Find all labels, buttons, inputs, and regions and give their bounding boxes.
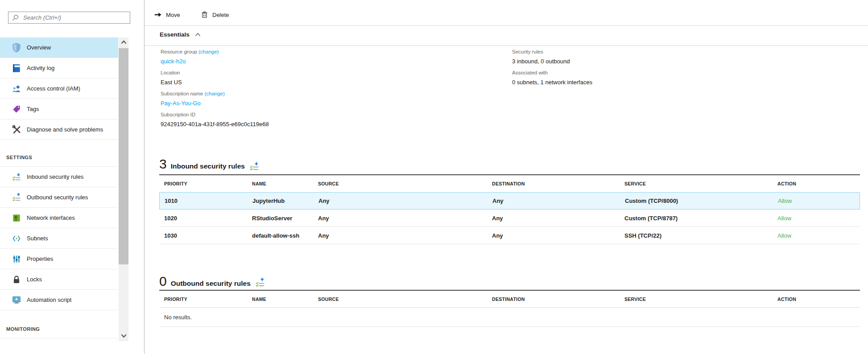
people-icon	[12, 84, 21, 94]
column-header: SERVICE	[624, 181, 777, 186]
activity-log-icon	[12, 63, 21, 73]
cell-service: Custom (TCP/8787)	[624, 215, 777, 222]
sidebar-item-tags[interactable]: Tags	[0, 99, 118, 119]
delete-button[interactable]: Delete	[201, 9, 229, 21]
subscription-name-label: Subscription name	[161, 91, 203, 96]
cell-service: SSH (TCP/22)	[624, 232, 777, 239]
main-content: Move Delete Essentials Resource group (c…	[145, 0, 868, 354]
sidebar-scrollbar[interactable]	[119, 37, 128, 341]
outbound-rules-icon	[12, 193, 21, 202]
sidebar-item-properties[interactable]: Properties	[0, 249, 118, 269]
sidebar: Overview Activity log Access control (IA…	[0, 0, 145, 354]
cell-action: Allow	[777, 215, 860, 222]
inbound-count: 3	[159, 156, 167, 172]
table-row[interactable]: 1020 RStudioServer Any Any Custom (TCP/8…	[159, 210, 860, 227]
change-link[interactable]: (change)	[198, 49, 219, 54]
inbound-rules-icon	[249, 161, 260, 172]
location-label: Location	[161, 70, 180, 75]
cell-priority: 1030	[164, 232, 252, 239]
resource-group-value[interactable]: quick-h2o	[161, 58, 269, 66]
column-header: NAME	[252, 296, 318, 302]
field-label: Resource group (change)	[161, 49, 269, 56]
field-label: Subscription ID	[161, 112, 269, 119]
column-header: NAME	[252, 181, 318, 186]
sidebar-item-diagnose[interactable]: Diagnose and solve problems	[0, 119, 118, 140]
sidebar-item-inbound-rules[interactable]: Inbound security rules	[0, 167, 118, 187]
sidebar-item-label: Diagnose and solve problems	[27, 126, 103, 133]
sidebar-section-settings: SETTINGS	[0, 140, 118, 167]
sidebar-item-network-interfaces[interactable]: Network interfaces	[0, 208, 118, 228]
column-header: PRIORITY	[164, 181, 252, 186]
subscription-name-value[interactable]: Pay-As-You-Go	[161, 100, 269, 108]
sidebar-item-label: Subnets	[27, 235, 48, 242]
sidebar-section-monitoring: MONITORING	[0, 310, 118, 338]
toolbar-divider	[145, 25, 868, 26]
column-header: DESTINATION	[492, 296, 624, 302]
change-link[interactable]: (change)	[204, 91, 224, 96]
inbound-section-heading: 3 Inbound security rules	[159, 154, 860, 175]
subnets-icon	[12, 234, 21, 243]
essentials-title: Essentials	[160, 31, 190, 38]
outbound-count: 0	[159, 274, 167, 289]
cell-destination: Any	[492, 232, 624, 239]
cell-name: default-allow-ssh	[252, 232, 318, 239]
sidebar-item-label: Network interfaces	[27, 214, 75, 221]
sidebar-item-overview[interactable]: Overview	[0, 37, 118, 58]
column-header: PRIORITY	[164, 296, 252, 302]
scroll-down-button[interactable]	[119, 331, 128, 340]
network-interface-icon	[12, 213, 21, 223]
sidebar-item-label: Activity log	[27, 65, 54, 71]
sidebar-item-label: Locks	[27, 276, 42, 283]
section-label: MONITORING	[6, 326, 40, 332]
essentials-divider	[145, 45, 868, 46]
cell-action: Allow	[777, 232, 860, 239]
inbound-rules-icon	[12, 172, 21, 182]
table-row[interactable]: 1030 default-allow-ssh Any Any SSH (TCP/…	[159, 227, 860, 244]
move-label: Move	[166, 12, 180, 18]
inbound-title: Inbound security rules	[171, 162, 245, 170]
column-header: SOURCE	[318, 296, 492, 302]
outbound-rules-section: 0 Outbound security rules PRIORITY NAME …	[159, 273, 860, 327]
automation-script-icon	[12, 295, 21, 305]
resource-group-label: Resource group	[161, 49, 197, 54]
outbound-title: Outbound security rules	[171, 280, 251, 288]
delete-label: Delete	[212, 12, 229, 18]
section-label: SETTINGS	[6, 155, 32, 160]
sidebar-item-subnets[interactable]: Subnets	[0, 228, 118, 249]
field-label: Subscription name (change)	[161, 91, 269, 98]
column-header: SOURCE	[318, 181, 492, 186]
sidebar-item-outbound-rules[interactable]: Outbound security rules	[0, 187, 118, 208]
column-header: DESTINATION	[492, 181, 624, 186]
move-button[interactable]: Move	[154, 9, 180, 21]
subscription-id-label: Subscription ID	[161, 112, 195, 117]
search-input[interactable]	[23, 14, 126, 21]
move-arrow-icon	[154, 11, 162, 19]
sidebar-item-activity-log[interactable]: Activity log	[0, 58, 118, 78]
cell-destination: Any	[492, 215, 624, 222]
sidebar-item-label: Tags	[27, 106, 39, 112]
column-header: ACTION	[777, 181, 860, 186]
location-value: East US	[161, 79, 269, 87]
lock-icon	[12, 275, 21, 284]
sidebar-item-label: Outbound security rules	[27, 194, 88, 201]
subscription-id-value: 92429150-401a-431f-8955-e69c0c119e68	[161, 121, 269, 129]
scrollbar-thumb[interactable]	[119, 48, 128, 264]
sidebar-item-label: Access control (IAM)	[27, 85, 80, 92]
sidebar-nav: Overview Activity log Access control (IA…	[0, 37, 118, 338]
associated-with-label: Associated with	[512, 70, 592, 77]
table-row[interactable]: 1010 JupyterHub Any Any Custom (TCP/8000…	[159, 192, 860, 210]
cell-destination: Any	[492, 198, 625, 204]
trash-icon	[201, 11, 208, 19]
sidebar-item-access-control[interactable]: Access control (IAM)	[0, 78, 118, 99]
essentials-toggle[interactable]: Essentials	[160, 31, 201, 38]
scroll-up-button[interactable]	[119, 37, 128, 46]
sidebar-item-label: Overview	[27, 44, 51, 51]
field-label: Location	[161, 70, 269, 77]
security-rules-label: Security rules	[512, 49, 592, 56]
sidebar-item-automation-script[interactable]: Automation script	[0, 290, 118, 310]
tools-icon	[12, 125, 21, 135]
cell-name: RStudioServer	[252, 215, 318, 222]
outbound-rules-icon	[255, 277, 265, 288]
sidebar-item-locks[interactable]: Locks	[0, 269, 118, 290]
cell-priority: 1020	[164, 215, 252, 222]
